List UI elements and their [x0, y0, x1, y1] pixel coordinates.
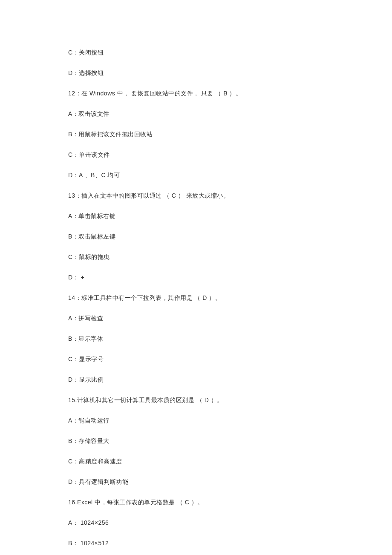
option-text: A：单击鼠标右键 — [68, 213, 324, 220]
option-text: B： 1024×512 — [68, 540, 324, 547]
option-text: C：鼠标的拖曳 — [68, 253, 324, 261]
option-text: B：存储容量大 — [68, 437, 324, 445]
option-text: D：选择按钮 — [68, 69, 324, 77]
option-text: B：用鼠标把该文件拖出回收站 — [68, 131, 324, 138]
option-text: C：显示字号 — [68, 356, 324, 363]
question-text: 15.计算机和其它一切计算工具最本质的区别是 （ D ）。 — [68, 397, 324, 404]
question-text: 16.Excel 中，每张工作表的单元格数是 （ C ）。 — [68, 499, 324, 506]
question-text: 14：标准工具栏中有一个下拉列表，其作用是 （ D ）。 — [68, 294, 324, 302]
option-text: A：能自动运行 — [68, 417, 324, 425]
option-text: B：双击鼠标左键 — [68, 233, 324, 241]
option-text: A：双击该文件 — [68, 110, 324, 118]
option-text: D：显示比例 — [68, 376, 324, 384]
document-page: C：关闭按钮 D：选择按钮 12：在 Windows 中， 要恢复回收站中的文件… — [0, 0, 392, 555]
question-text: 13：插入在文本中的图形可以通过 （ C ） 来放大或缩小。 — [68, 192, 324, 200]
option-text: D：A 、B、C 均可 — [68, 172, 324, 179]
option-text: A： 1024×256 — [68, 519, 324, 527]
option-text: A：拼写检查 — [68, 315, 324, 322]
option-text: C：关闭按钮 — [68, 49, 324, 57]
option-text: C：高精度和高速度 — [68, 458, 324, 466]
question-text: 12：在 Windows 中， 要恢复回收站中的文件， 只要 （ B ）。 — [68, 90, 324, 98]
option-text: D： + — [68, 274, 324, 282]
option-text: B：显示字体 — [68, 335, 324, 343]
option-text: D：具有逻辑判断功能 — [68, 478, 324, 486]
option-text: C：单击该文件 — [68, 151, 324, 159]
